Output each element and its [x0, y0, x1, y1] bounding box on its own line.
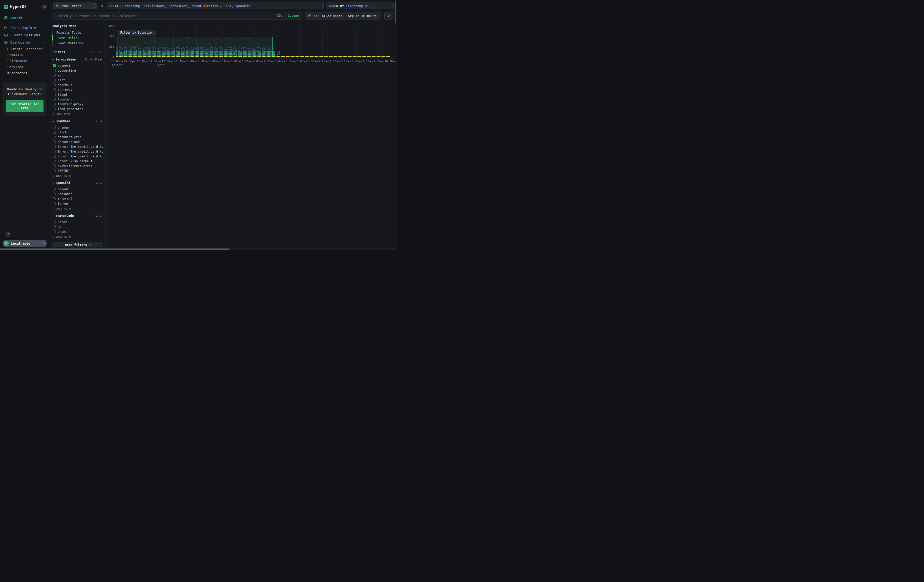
chevron-down-icon[interactable]	[52, 214, 54, 217]
filter-checkbox-row[interactable]: change	[52, 125, 103, 130]
filter-checkbox-row[interactable]: payment	[52, 63, 103, 68]
load-more-link[interactable]: Load more	[52, 206, 103, 210]
chart-selection-region[interactable]	[117, 37, 273, 57]
filter-checkbox-row[interactable]: eventListener.error	[52, 163, 103, 168]
sidebar-item-dashboards[interactable]: Dashboards	[0, 39, 50, 46]
filter-checkbox-row[interactable]: Client	[52, 187, 103, 191]
help-button[interactable]: ?	[5, 231, 11, 237]
search-icon[interactable]	[85, 58, 88, 61]
checkbox[interactable]	[53, 150, 56, 153]
checkbox[interactable]	[53, 84, 56, 86]
checkbox[interactable]	[53, 188, 56, 191]
checkbox[interactable]	[53, 103, 56, 106]
analysis-mode-option[interactable]: Event Deltas	[52, 35, 103, 41]
filter-checkbox-row[interactable]: EXPIRE	[52, 168, 103, 173]
collapse-sidebar-icon[interactable]	[42, 5, 46, 9]
filter-checkbox-row[interactable]: documentFetch	[52, 135, 103, 139]
sidebar-item-create-dashboard[interactable]: + Create Dashboard	[0, 46, 50, 52]
checkbox[interactable]	[53, 140, 56, 143]
chevron-down-icon[interactable]	[52, 120, 54, 122]
filter-checkbox-row[interactable]: Error: The credit card (…	[52, 149, 103, 154]
sidebar-item-search[interactable]: Search	[0, 14, 50, 21]
more-filters-button[interactable]: More filters	[52, 242, 103, 247]
pin-icon[interactable]	[100, 214, 103, 218]
filter-checkbox-row[interactable]: Unset	[52, 229, 103, 234]
chevron-down-icon[interactable]	[52, 58, 54, 60]
checkbox[interactable]	[53, 226, 56, 228]
checkbox[interactable]	[53, 165, 56, 167]
lucene-mode-toggle[interactable]: Lucene	[288, 14, 299, 18]
filter-by-selection-tooltip[interactable]: Filter by Selection	[118, 30, 156, 35]
filter-checkbox-row[interactable]: documentLoad	[52, 139, 103, 144]
filter-checkbox-row[interactable]: Ok	[52, 224, 103, 229]
checkbox[interactable]	[53, 145, 56, 148]
checkbox[interactable]	[53, 202, 56, 205]
checkbox[interactable]	[53, 136, 56, 138]
sidebar-item-chart-explorer[interactable]: Chart Explorer	[0, 24, 50, 31]
chevron-down-icon[interactable]	[52, 182, 54, 184]
sidebar-item-client-sessions[interactable]: Client Sessions	[0, 31, 50, 39]
sidebar-preset-item[interactable]: Services	[0, 64, 50, 70]
checkbox[interactable]	[53, 126, 56, 129]
filter-checkbox-row[interactable]: flagd	[52, 92, 103, 97]
filter-checkbox-row[interactable]: frontend	[52, 97, 103, 102]
search-icon[interactable]	[95, 214, 98, 218]
analysis-mode-option[interactable]: Event Patterns	[52, 41, 103, 46]
sidebar-preset-item[interactable]: Kubernetes	[0, 70, 50, 76]
checkbox[interactable]	[53, 93, 56, 96]
pin-icon[interactable]	[100, 120, 103, 123]
sidebar-preset-item[interactable]: ClickHouse	[0, 58, 50, 64]
filter-checkbox-row[interactable]: checkout	[52, 82, 103, 87]
checkbox[interactable]	[53, 69, 56, 72]
clear-all-filters-link[interactable]: Clear all	[87, 51, 103, 54]
filter-checkbox-row[interactable]: currency	[52, 87, 103, 92]
filter-checkbox-row[interactable]: click	[52, 130, 103, 135]
filter-checkbox-row[interactable]: frontend-proxy	[52, 102, 103, 107]
show-more-link[interactable]: Show more	[52, 173, 103, 177]
checkbox[interactable]	[53, 79, 56, 81]
checkbox[interactable]	[53, 107, 56, 110]
pin-icon[interactable]	[100, 181, 103, 185]
checkbox[interactable]	[53, 74, 56, 77]
horizontal-scrollbar[interactable]	[0, 248, 397, 250]
sidebar-presets-toggle[interactable]: PRESETS	[0, 52, 50, 58]
load-more-link[interactable]: Load more	[52, 234, 103, 238]
search-icon[interactable]	[95, 181, 98, 185]
get-started-button[interactable]: Get Started for Free	[6, 100, 43, 112]
filter-checkbox-row[interactable]: Error: Visa cache full: …	[52, 159, 103, 163]
run-query-button[interactable]	[384, 12, 393, 20]
date-range-picker[interactable]: Sep 14 22:04:35 - Sep 15 10:04:35	[305, 12, 381, 20]
order-by-input[interactable]: ORDER BY Timestamp DESC	[326, 3, 394, 9]
filter-checkbox-row[interactable]: load-generator	[52, 107, 103, 111]
pin-icon[interactable]	[89, 58, 92, 61]
filter-checkbox-row[interactable]: Internal	[52, 196, 103, 201]
clear-group-link[interactable]: Clear	[94, 58, 103, 61]
checkbox[interactable]	[53, 131, 56, 134]
vertical-scrollbar-thumb[interactable]	[395, 0, 396, 23]
select-query-input[interactable]: SELECT Timestamp, ServiceName, StatusCod…	[107, 3, 323, 9]
search-icon[interactable]	[95, 120, 98, 123]
gear-icon[interactable]	[100, 4, 104, 8]
filter-checkbox-row[interactable]: accounting	[52, 68, 103, 73]
checkbox[interactable]	[53, 98, 56, 101]
filter-checkbox-row[interactable]: Error	[52, 220, 103, 224]
checkbox[interactable]	[53, 169, 56, 172]
checkbox[interactable]	[53, 64, 56, 67]
search-input[interactable]	[53, 12, 302, 20]
sql-mode-toggle[interactable]: SQL	[277, 14, 283, 18]
checkbox[interactable]	[53, 160, 56, 162]
local-mode-button[interactable]: U Local mode	[3, 240, 47, 247]
checkbox[interactable]	[53, 197, 56, 200]
show-more-link[interactable]: Show more	[52, 111, 103, 115]
filter-checkbox-row[interactable]: Error: The credit card (…	[52, 144, 103, 149]
checkbox[interactable]	[53, 230, 56, 233]
filter-checkbox-row[interactable]: Server	[52, 201, 103, 206]
filter-checkbox-row[interactable]: ad	[52, 73, 103, 77]
checkbox[interactable]	[53, 88, 56, 91]
filter-checkbox-row[interactable]: Error: The credit card (…	[52, 154, 103, 159]
analysis-mode-option[interactable]: Results Table	[52, 30, 103, 35]
filter-checkbox-row[interactable]: Consumer	[52, 191, 103, 196]
checkbox[interactable]	[53, 193, 56, 195]
checkbox[interactable]	[53, 221, 56, 223]
source-select[interactable]: Demo Traces	[53, 3, 97, 9]
